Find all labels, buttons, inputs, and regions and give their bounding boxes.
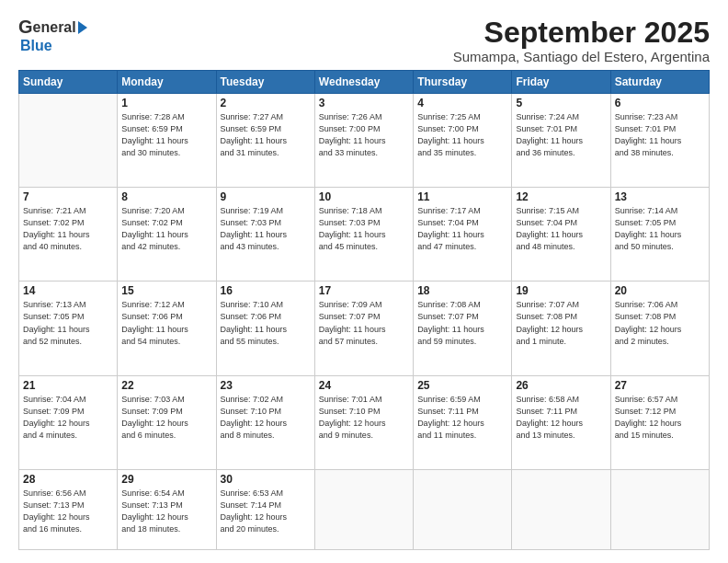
page: G eneral Blue September 2025 Sumampa, Sa… [0, 0, 728, 563]
calendar-table: SundayMondayTuesdayWednesdayThursdayFrid… [18, 70, 710, 550]
calendar-cell: 26Sunrise: 6:58 AM Sunset: 7:11 PM Dayli… [512, 375, 610, 469]
calendar-cell [314, 469, 413, 549]
day-number: 8 [121, 190, 211, 203]
day-number: 12 [516, 190, 606, 203]
calendar-cell: 27Sunrise: 6:57 AM Sunset: 7:12 PM Dayli… [610, 375, 709, 469]
day-info: Sunrise: 7:17 AM Sunset: 7:04 PM Dayligh… [417, 205, 507, 253]
calendar-cell: 18Sunrise: 7:08 AM Sunset: 7:07 PM Dayli… [414, 282, 512, 375]
day-info: Sunrise: 7:09 AM Sunset: 7:07 PM Dayligh… [319, 299, 409, 347]
day-info: Sunrise: 7:19 AM Sunset: 7:03 PM Dayligh… [221, 205, 311, 253]
day-info: Sunrise: 6:56 AM Sunset: 7:13 PM Dayligh… [23, 488, 113, 535]
header: G eneral Blue September 2025 Sumampa, Sa… [18, 17, 710, 64]
calendar-cell: 15Sunrise: 7:12 AM Sunset: 7:06 PM Dayli… [118, 282, 216, 375]
day-info: Sunrise: 7:13 AM Sunset: 7:05 PM Dayligh… [23, 299, 113, 347]
day-info: Sunrise: 7:06 AM Sunset: 7:08 PM Dayligh… [615, 299, 705, 347]
calendar-cell: 12Sunrise: 7:15 AM Sunset: 7:04 PM Dayli… [512, 188, 610, 282]
day-info: Sunrise: 7:10 AM Sunset: 7:06 PM Dayligh… [221, 299, 311, 347]
day-info: Sunrise: 6:59 AM Sunset: 7:11 PM Dayligh… [417, 394, 507, 442]
calendar-cell: 3Sunrise: 7:26 AM Sunset: 7:00 PM Daylig… [314, 94, 413, 188]
calendar-cell: 11Sunrise: 7:17 AM Sunset: 7:04 PM Dayli… [414, 188, 512, 282]
calendar-header-wednesday: Wednesday [314, 71, 413, 94]
day-info: Sunrise: 7:21 AM Sunset: 7:02 PM Dayligh… [23, 205, 113, 253]
calendar-header-tuesday: Tuesday [216, 71, 314, 94]
day-info: Sunrise: 7:12 AM Sunset: 7:06 PM Dayligh… [121, 299, 211, 347]
calendar-cell: 21Sunrise: 7:04 AM Sunset: 7:09 PM Dayli… [19, 375, 118, 469]
calendar-cell: 13Sunrise: 7:14 AM Sunset: 7:05 PM Dayli… [610, 188, 709, 282]
day-number: 29 [121, 473, 211, 486]
day-number: 22 [121, 379, 211, 392]
day-number: 13 [615, 190, 705, 203]
calendar-header-thursday: Thursday [414, 71, 512, 94]
calendar-cell: 30Sunrise: 6:53 AM Sunset: 7:14 PM Dayli… [216, 469, 314, 549]
calendar-cell [414, 469, 512, 549]
calendar-header-saturday: Saturday [610, 71, 709, 94]
day-info: Sunrise: 7:25 AM Sunset: 7:00 PM Dayligh… [417, 111, 507, 159]
calendar-week-5: 28Sunrise: 6:56 AM Sunset: 7:13 PM Dayli… [19, 469, 710, 549]
day-number: 28 [23, 473, 113, 486]
day-number: 27 [615, 379, 705, 392]
calendar-cell [512, 469, 610, 549]
day-number: 19 [516, 284, 606, 297]
day-info: Sunrise: 7:03 AM Sunset: 7:09 PM Dayligh… [121, 394, 211, 442]
logo-eneral: eneral [33, 19, 76, 36]
day-number: 7 [23, 190, 113, 203]
day-info: Sunrise: 7:02 AM Sunset: 7:10 PM Dayligh… [221, 394, 311, 442]
calendar-cell [610, 469, 709, 549]
day-number: 2 [221, 97, 311, 109]
day-number: 9 [221, 190, 311, 203]
calendar-cell: 5Sunrise: 7:24 AM Sunset: 7:01 PM Daylig… [512, 94, 610, 188]
calendar-cell: 10Sunrise: 7:18 AM Sunset: 7:03 PM Dayli… [314, 188, 413, 282]
calendar-cell: 29Sunrise: 6:54 AM Sunset: 7:13 PM Dayli… [118, 469, 216, 549]
logo-g: G [18, 17, 33, 38]
calendar-cell: 8Sunrise: 7:20 AM Sunset: 7:02 PM Daylig… [118, 188, 216, 282]
day-info: Sunrise: 7:01 AM Sunset: 7:10 PM Dayligh… [319, 394, 409, 442]
day-number: 16 [221, 284, 311, 297]
day-number: 20 [615, 284, 705, 297]
day-number: 4 [417, 97, 507, 109]
calendar-cell: 16Sunrise: 7:10 AM Sunset: 7:06 PM Dayli… [216, 282, 314, 375]
day-info: Sunrise: 7:04 AM Sunset: 7:09 PM Dayligh… [23, 394, 113, 442]
day-number: 6 [615, 97, 705, 109]
calendar-cell: 23Sunrise: 7:02 AM Sunset: 7:10 PM Dayli… [216, 375, 314, 469]
logo: G eneral Blue [18, 17, 87, 54]
day-number: 25 [417, 379, 507, 392]
calendar-header-friday: Friday [512, 71, 610, 94]
day-info: Sunrise: 7:07 AM Sunset: 7:08 PM Dayligh… [516, 299, 606, 347]
day-number: 11 [417, 190, 507, 203]
day-info: Sunrise: 7:23 AM Sunset: 7:01 PM Dayligh… [615, 111, 705, 159]
calendar-cell: 9Sunrise: 7:19 AM Sunset: 7:03 PM Daylig… [216, 188, 314, 282]
day-number: 24 [319, 379, 409, 392]
calendar-cell: 24Sunrise: 7:01 AM Sunset: 7:10 PM Dayli… [314, 375, 413, 469]
calendar-subtitle: Sumampa, Santiago del Estero, Argentina [453, 49, 710, 64]
logo-triangle-icon [78, 21, 87, 34]
calendar-week-1: 1Sunrise: 7:28 AM Sunset: 6:59 PM Daylig… [19, 94, 710, 188]
calendar-cell: 20Sunrise: 7:06 AM Sunset: 7:08 PM Dayli… [610, 282, 709, 375]
calendar-header-sunday: Sunday [19, 71, 118, 94]
day-number: 1 [121, 97, 211, 109]
calendar-cell: 6Sunrise: 7:23 AM Sunset: 7:01 PM Daylig… [610, 94, 709, 188]
day-info: Sunrise: 7:24 AM Sunset: 7:01 PM Dayligh… [516, 111, 606, 159]
day-number: 17 [319, 284, 409, 297]
calendar-cell [19, 94, 118, 188]
day-number: 3 [319, 97, 409, 109]
day-info: Sunrise: 7:27 AM Sunset: 6:59 PM Dayligh… [221, 111, 311, 159]
calendar-cell: 22Sunrise: 7:03 AM Sunset: 7:09 PM Dayli… [118, 375, 216, 469]
calendar-cell: 4Sunrise: 7:25 AM Sunset: 7:00 PM Daylig… [414, 94, 512, 188]
day-number: 26 [516, 379, 606, 392]
logo-blue-text: Blue [20, 38, 52, 54]
day-number: 5 [516, 97, 606, 109]
day-info: Sunrise: 7:18 AM Sunset: 7:03 PM Dayligh… [319, 205, 409, 253]
day-number: 21 [23, 379, 113, 392]
day-info: Sunrise: 6:57 AM Sunset: 7:12 PM Dayligh… [615, 394, 705, 442]
day-info: Sunrise: 7:20 AM Sunset: 7:02 PM Dayligh… [121, 205, 211, 253]
day-number: 18 [417, 284, 507, 297]
day-number: 10 [319, 190, 409, 203]
calendar-cell: 17Sunrise: 7:09 AM Sunset: 7:07 PM Dayli… [314, 282, 413, 375]
day-number: 30 [221, 473, 311, 486]
calendar-week-3: 14Sunrise: 7:13 AM Sunset: 7:05 PM Dayli… [19, 282, 710, 375]
calendar-week-4: 21Sunrise: 7:04 AM Sunset: 7:09 PM Dayli… [19, 375, 710, 469]
title-block: September 2025 Sumampa, Santiago del Est… [453, 17, 710, 64]
day-number: 15 [121, 284, 211, 297]
day-info: Sunrise: 7:08 AM Sunset: 7:07 PM Dayligh… [417, 299, 507, 347]
calendar-cell: 14Sunrise: 7:13 AM Sunset: 7:05 PM Dayli… [19, 282, 118, 375]
